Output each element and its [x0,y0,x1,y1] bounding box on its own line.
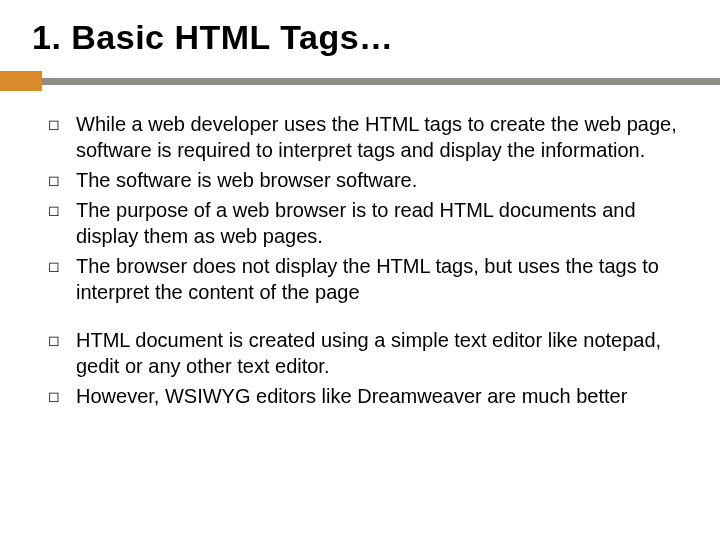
bullet-text: However, WSIWYG editors like Dreamweaver… [76,383,682,409]
accent-bar [0,71,720,91]
bullet-icon: ◻ [48,197,76,223]
list-item: ◻ However, WSIWYG editors like Dreamweav… [48,383,682,409]
list-item: ◻ The software is web browser software. [48,167,682,193]
list-item: ◻ The browser does not display the HTML … [48,253,682,305]
slide: 1. Basic HTML Tags… ◻ While a web develo… [0,0,720,409]
list-item: ◻ HTML document is created using a simpl… [48,327,682,379]
list-item: ◻ While a web developer uses the HTML ta… [48,111,682,163]
bullet-text: The browser does not display the HTML ta… [76,253,682,305]
bullet-text: While a web developer uses the HTML tags… [76,111,682,163]
bullet-icon: ◻ [48,253,76,279]
accent-orange-block [0,71,42,91]
bullet-text: The purpose of a web browser is to read … [76,197,682,249]
bullet-icon: ◻ [48,167,76,193]
slide-title: 1. Basic HTML Tags… [28,18,692,57]
bullet-text: HTML document is created using a simple … [76,327,682,379]
bullet-icon: ◻ [48,383,76,409]
bullet-text: The software is web browser software. [76,167,682,193]
bullet-group: ◻ HTML document is created using a simpl… [48,327,682,409]
bullet-icon: ◻ [48,111,76,137]
accent-gray-stripe [0,78,720,85]
bullet-icon: ◻ [48,327,76,353]
bullet-group: ◻ While a web developer uses the HTML ta… [48,111,682,305]
list-item: ◻ The purpose of a web browser is to rea… [48,197,682,249]
slide-content: ◻ While a web developer uses the HTML ta… [28,111,692,409]
